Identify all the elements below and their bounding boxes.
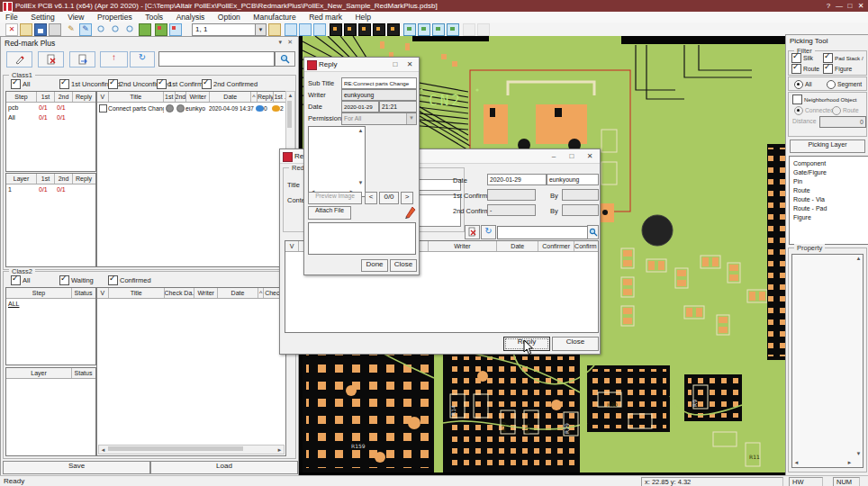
neighborhood-checkbox[interactable]: Neighborhood Object bbox=[792, 94, 856, 104]
redmark-delete-button[interactable] bbox=[38, 51, 64, 68]
writer-field[interactable]: eunkyoung bbox=[341, 89, 417, 101]
list-item[interactable]: Figure bbox=[793, 213, 868, 222]
close-board-icon[interactable]: ✕ bbox=[5, 23, 18, 36]
prev-image-button[interactable]: < bbox=[365, 192, 377, 204]
window-tile-icon[interactable] bbox=[418, 23, 430, 36]
close-button[interactable]: ✕ bbox=[855, 0, 866, 12]
part-view-icon[interactable] bbox=[358, 23, 371, 36]
list-item[interactable]: Route bbox=[793, 186, 868, 195]
redmark-search-button[interactable] bbox=[275, 51, 295, 67]
checkbox-icon[interactable] bbox=[157, 79, 167, 89]
sub-title-field[interactable]: RE:Connect parts Change bbox=[341, 77, 417, 89]
date-field[interactable]: 2020-01-29 bbox=[487, 174, 547, 185]
col-date[interactable]: Date bbox=[218, 288, 258, 298]
layer-combo[interactable]: 1, 1 ▼ bbox=[192, 23, 267, 36]
menu-tools[interactable]: Tools bbox=[140, 12, 168, 22]
scroll-down-icon[interactable]: ▼ bbox=[357, 179, 365, 187]
picking-layer-button[interactable]: Picking Layer bbox=[790, 140, 865, 153]
col-1st[interactable]: 1st bbox=[37, 92, 55, 102]
sort-caret[interactable]: ^ bbox=[258, 288, 265, 298]
col-title[interactable]: Title bbox=[109, 92, 164, 102]
filter-route[interactable]: Route bbox=[791, 64, 819, 74]
class1-filter-all[interactable]: All bbox=[11, 79, 30, 89]
chevron-down-icon[interactable]: ▼ bbox=[406, 113, 416, 124]
by1-field[interactable] bbox=[562, 189, 599, 201]
scroll-left-icon[interactable]: ◄ bbox=[792, 459, 800, 467]
confirm1-field[interactable] bbox=[487, 189, 536, 201]
attach-file-button[interactable]: Attach File bbox=[308, 206, 351, 220]
list-item[interactable]: Gate/Figure bbox=[793, 168, 868, 177]
help-button[interactable]: ? bbox=[823, 0, 834, 12]
comment-textarea[interactable] bbox=[308, 222, 416, 255]
scroll-right-icon[interactable]: ► bbox=[845, 459, 854, 467]
checkbox-icon[interactable] bbox=[11, 275, 21, 285]
list-item[interactable]: Component bbox=[793, 159, 868, 168]
zoom-fit-icon[interactable] bbox=[139, 23, 151, 36]
window-new-icon[interactable] bbox=[447, 23, 459, 36]
reply-refresh-button[interactable]: ↻ bbox=[481, 225, 496, 239]
zoom-out-icon[interactable] bbox=[124, 23, 137, 36]
table-row[interactable]: ALL bbox=[6, 299, 95, 309]
table-row[interactable]: 1 0/1 0/1 bbox=[6, 184, 95, 194]
minimize-icon[interactable]: – bbox=[547, 149, 560, 163]
class2-filter-confirmed[interactable]: Confirmed bbox=[108, 275, 151, 285]
menu-manufacture[interactable]: Manufacture bbox=[248, 12, 301, 22]
col-confirm-date[interactable]: Confirm Date bbox=[574, 241, 598, 251]
show-top-layer-icon[interactable] bbox=[285, 23, 297, 36]
net-view-icon[interactable] bbox=[344, 23, 357, 36]
measure-pencil-icon[interactable]: ✎ bbox=[65, 23, 77, 36]
show-bottom-layer-icon[interactable] bbox=[299, 23, 312, 36]
col-1st[interactable]: 1st bbox=[164, 92, 176, 102]
row-checkbox[interactable] bbox=[99, 104, 107, 112]
load-button[interactable]: Load bbox=[150, 461, 298, 474]
table-row[interactable]: All 0/1 0/1 bbox=[6, 112, 95, 122]
scroll-up-icon[interactable]: ▲ bbox=[286, 92, 294, 100]
scroll-right-icon[interactable]: ► bbox=[276, 446, 284, 454]
red-pen-icon[interactable] bbox=[403, 204, 416, 219]
col-2nd[interactable]: 2nd bbox=[176, 92, 187, 102]
col-1st[interactable]: 1st bbox=[37, 174, 55, 184]
done-button[interactable]: Done bbox=[361, 259, 388, 272]
zoom-previous-icon[interactable] bbox=[110, 23, 122, 36]
col-v[interactable]: V bbox=[285, 241, 299, 251]
reply-dialog-titlebar[interactable]: Reply □ ✕ bbox=[304, 58, 419, 72]
board-3d-view-icon[interactable] bbox=[169, 23, 182, 36]
col-title[interactable]: Title bbox=[109, 288, 165, 298]
save-button[interactable]: Save bbox=[3, 461, 150, 474]
menu-properties[interactable]: Properties bbox=[92, 12, 138, 22]
class1-filter-2nd-confirmed[interactable]: 2nd Confirmed bbox=[202, 79, 258, 89]
col-status[interactable]: Status bbox=[72, 288, 95, 298]
class2-hscrollbar[interactable]: ◄ ► bbox=[98, 445, 285, 454]
maximize-button[interactable]: □ bbox=[845, 0, 855, 12]
col-v[interactable]: V bbox=[97, 92, 109, 102]
redmark-export-button[interactable] bbox=[69, 51, 95, 68]
close-icon[interactable]: ✕ bbox=[583, 149, 596, 163]
neighborhood-route-radio[interactable]: Route bbox=[832, 105, 859, 115]
board-view-icon[interactable] bbox=[155, 23, 167, 36]
next-image-button[interactable]: > bbox=[401, 192, 413, 204]
scroll-up-icon[interactable]: ▲ bbox=[357, 127, 365, 135]
checkbox-icon[interactable] bbox=[202, 79, 212, 89]
redmark-refresh-button[interactable]: ↻ bbox=[130, 51, 155, 68]
col-2nd[interactable]: 2nd bbox=[55, 174, 73, 184]
col-writer[interactable]: Writer bbox=[186, 92, 210, 102]
col-date[interactable]: Date bbox=[210, 92, 251, 102]
time-field[interactable]: 21:21 bbox=[379, 101, 417, 112]
col-confirmer[interactable]: Confirmer bbox=[538, 241, 574, 251]
window-cascade-icon[interactable] bbox=[403, 23, 416, 36]
col-status[interactable]: Status bbox=[72, 368, 95, 378]
menu-option[interactable]: Option bbox=[212, 12, 246, 22]
menu-view[interactable]: View bbox=[62, 12, 89, 22]
redline-pencil-icon[interactable]: ✎ bbox=[79, 23, 92, 36]
detail-close-button[interactable]: Close bbox=[552, 337, 599, 351]
panel-close-icon[interactable]: ✕ bbox=[287, 39, 293, 46]
panel-pin-icon[interactable]: ▾ bbox=[278, 39, 282, 46]
distance-input[interactable] bbox=[819, 116, 866, 128]
close-icon[interactable]: ✕ bbox=[404, 58, 415, 71]
preview-image-button[interactable]: Preview Image bbox=[308, 192, 362, 204]
col-check-date[interactable]: Check Da... bbox=[165, 288, 194, 298]
permission-select[interactable]: For All ▼ bbox=[341, 112, 417, 125]
menu-redmark[interactable]: Red mark bbox=[303, 12, 348, 22]
reply-delete-button[interactable] bbox=[465, 225, 480, 239]
neighborhood-connected-radio[interactable]: Connected bbox=[794, 105, 834, 115]
